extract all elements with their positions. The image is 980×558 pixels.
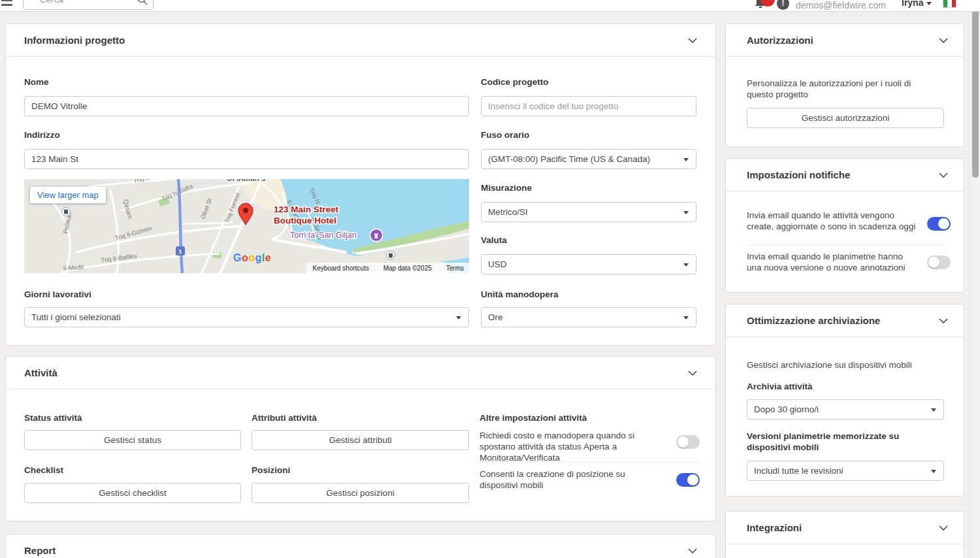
view-larger-map-link[interactable]: View larger map — [30, 187, 106, 203]
map-data-label: Map data ©2025 — [384, 265, 432, 272]
search-box — [23, 0, 154, 10]
project-code-input[interactable] — [481, 96, 696, 116]
allow-location-creation-toggle[interactable] — [676, 473, 700, 487]
dropdown-caret-icon — [683, 316, 689, 320]
collapse-chevron-icon[interactable] — [939, 172, 948, 178]
marker-label-line1: 123 Main Street — [274, 205, 339, 214]
manage-status-button[interactable]: Gestisci status — [24, 430, 241, 450]
attributes-label: Attributi attività — [252, 412, 317, 423]
tasks-card: Attività Status attività Gestisci status… — [5, 356, 716, 521]
plan-versions-select[interactable]: Includi tutte le revisioni — [747, 461, 944, 481]
section-title: Impostazioni notifiche — [747, 169, 850, 180]
timezone-label: Fuso orario — [481, 129, 529, 140]
svg-text:♜: ♜ — [373, 232, 380, 240]
project-settings-screen: ! demos@fieldwire.com Iryna Informazioni… — [0, 0, 980, 558]
measurement-select[interactable]: Metrico/SI — [481, 202, 696, 222]
search-icon[interactable] — [137, 0, 148, 5]
permissions-header[interactable]: Autorizzazioni — [726, 24, 964, 57]
archive-tasks-select[interactable]: Dopo 30 giorno/i — [747, 399, 944, 419]
language-flag-italy[interactable] — [943, 0, 956, 8]
dropdown-caret-icon — [456, 316, 461, 320]
collapse-chevron-icon[interactable] — [688, 548, 697, 553]
project-info-header[interactable]: Informazioni progetto — [6, 24, 715, 57]
chevron-down-icon — [926, 2, 932, 5]
keyboard-shortcuts-link[interactable]: Keyboard shortcuts — [313, 265, 369, 272]
menu-icon[interactable] — [1, 0, 14, 12]
notifications-header[interactable]: Impostazioni notifiche — [726, 159, 964, 191]
positions-label: Posizioni — [252, 465, 290, 476]
storage-header[interactable]: Ottimizzazione archiviazione — [726, 304, 964, 337]
collapse-chevron-icon[interactable] — [939, 38, 948, 43]
map-terms-link[interactable]: Terms — [446, 265, 464, 272]
address-label: Indirizzo — [24, 129, 60, 140]
workdays-label: Giorni lavorativi — [24, 289, 91, 300]
require-cost-labor-toggle[interactable] — [676, 435, 700, 449]
dropdown-caret-icon — [931, 408, 936, 412]
scrollbar-track[interactable] — [971, 0, 980, 558]
user-menu[interactable]: Iryna — [902, 0, 932, 8]
section-title: Attività — [24, 367, 57, 378]
labor-unit-select[interactable]: Ore — [481, 307, 696, 327]
email-tasks-description: Invia email quando le attività vengono c… — [747, 210, 918, 232]
svg-text:Il-Medit: Il-Medit — [63, 263, 84, 272]
project-info-card: Informazioni progetto Nome Codice proget… — [5, 24, 716, 346]
help-icon[interactable]: ! — [777, 0, 789, 10]
google-map-embed[interactable]: 1 Triq Il-Wasliet Triq Is Triq Is-Sidra … — [24, 179, 469, 273]
archive-tasks-label: Archivia attività — [747, 381, 813, 392]
marker-label-line2: Boutique Hotel — [274, 216, 336, 225]
dropdown-caret-icon — [683, 158, 689, 161]
code-label: Codice progetto — [481, 76, 549, 88]
dropdown-caret-icon — [683, 263, 689, 267]
dropdown-caret-icon — [683, 211, 689, 214]
storage-card: Ottimizzazione archiviazione Gestisci ar… — [725, 304, 964, 497]
timezone-select[interactable]: (GMT-08:00) Pacific Time (US & Canada) — [481, 149, 696, 169]
measurement-value: Metrico/SI — [488, 207, 528, 217]
collapse-chevron-icon[interactable] — [939, 525, 948, 531]
workdays-select[interactable]: Tutti i giorni selezionati — [24, 307, 469, 327]
status-label: Status attività — [24, 412, 82, 423]
email-plans-toggle[interactable] — [927, 255, 951, 269]
collapse-chevron-icon[interactable] — [939, 318, 948, 323]
row-divider — [747, 245, 944, 246]
dropdown-caret-icon — [931, 470, 936, 473]
storage-description: Gestisci archiviazione sui dispositivi m… — [747, 359, 949, 370]
section-title: Integrazioni — [747, 522, 802, 533]
timezone-value: (GMT-08:00) Pacific Time (US & Canada) — [488, 154, 650, 164]
top-bar: ! demos@fieldwire.com Iryna — [0, 0, 980, 12]
report-card: Report — [5, 534, 716, 558]
manage-checklist-button[interactable]: Gestisci checklist — [24, 483, 241, 503]
tower-poi-icon: ♜ — [370, 229, 383, 242]
google-logo[interactable]: Google — [233, 252, 271, 263]
permissions-card: Autorizzazioni Personalizza le autorizza… — [725, 24, 964, 147]
archive-tasks-value: Dopo 30 giorno/i — [754, 404, 819, 414]
address-input[interactable] — [24, 149, 469, 169]
manage-attributes-button[interactable]: Gestisci attributi — [252, 430, 469, 450]
scrollbar-thumb[interactable] — [972, 0, 979, 178]
collapse-chevron-icon[interactable] — [688, 38, 697, 43]
currency-value: USD — [488, 259, 507, 269]
tasks-header[interactable]: Attività — [6, 357, 715, 389]
other-task-settings-label: Altre impostazioni attività — [480, 412, 587, 423]
svg-text:1: 1 — [178, 248, 182, 255]
section-title: Report — [24, 545, 56, 556]
plan-versions-value: Includi tutte le revisioni — [754, 466, 843, 476]
manage-permissions-button[interactable]: Gestisci autorizzazioni — [747, 108, 944, 128]
permissions-description: Personalizza le autorizzazioni per i ruo… — [747, 78, 939, 100]
integrations-header[interactable]: Integrazioni — [726, 512, 964, 544]
project-name-input[interactable] — [24, 96, 469, 116]
section-title: Autorizzazioni — [747, 35, 813, 46]
currency-select[interactable]: USD — [481, 254, 696, 274]
collapse-chevron-icon[interactable] — [688, 370, 697, 376]
search-input[interactable] — [24, 0, 153, 9]
checklist-label: Checklist — [24, 465, 63, 476]
email-tasks-toggle[interactable] — [927, 217, 951, 231]
manage-positions-button[interactable]: Gestisci posizioni — [252, 483, 469, 503]
currency-label: Valuta — [481, 235, 507, 246]
toggle1-description: Richiedi costo e manodopera quando si sp… — [480, 430, 664, 463]
report-header[interactable]: Report — [6, 534, 715, 558]
plan-versions-label: Versioni planimetrie memorizzate su disp… — [747, 431, 936, 453]
poi-label: Torri ta' San Ġiljan — [290, 231, 357, 240]
section-title: Ottimizzazione archiviazione — [747, 315, 880, 326]
measurement-label: Misurazione — [481, 182, 532, 193]
integrations-card: Integrazioni — [725, 511, 964, 558]
